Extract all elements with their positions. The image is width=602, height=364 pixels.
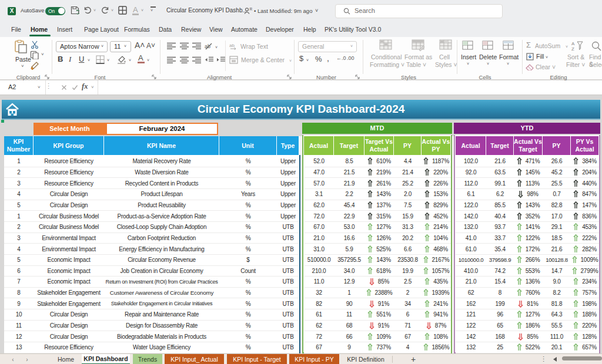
svg-text:ab: ab <box>229 43 235 48</box>
svg-text:ab: ab <box>205 43 210 49</box>
svg-text:Z: Z <box>571 46 574 51</box>
svg-text:A: A <box>571 41 575 46</box>
svg-text:R: R <box>250 7 253 11</box>
